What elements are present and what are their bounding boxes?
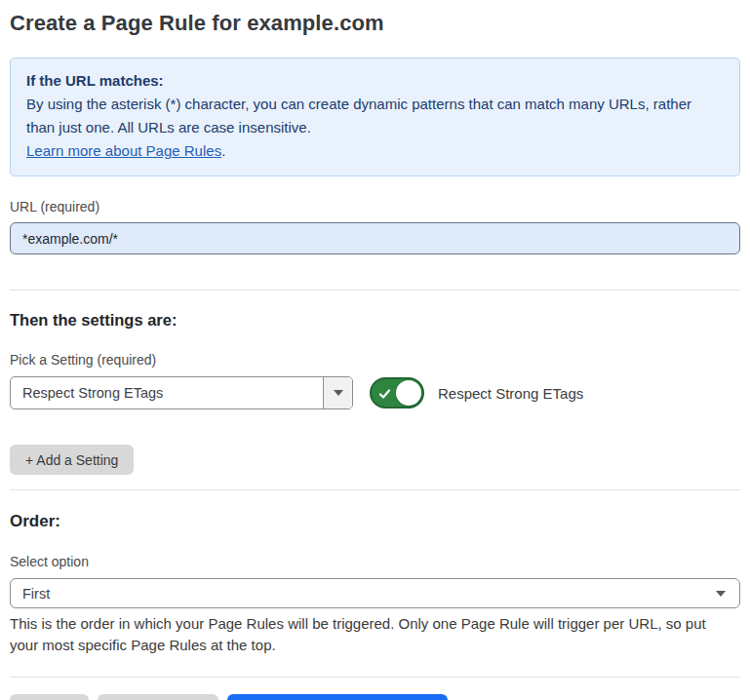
save-as-draft-button[interactable]: Save as Draft [98, 694, 218, 700]
setting-select-arrow-button[interactable] [323, 377, 352, 408]
info-box-body: By using the asterisk (*) character, you… [26, 93, 724, 139]
chevron-down-icon [334, 390, 343, 396]
setting-select[interactable]: Respect Strong ETags [10, 376, 353, 409]
info-box-link-line: Learn more about Page Rules. [26, 139, 724, 163]
divider [10, 677, 740, 678]
chevron-down-icon [716, 591, 726, 597]
setting-select-value: Respect Strong ETags [11, 377, 323, 408]
divider [10, 489, 740, 490]
setting-row: Respect Strong ETags Respect Strong ETag… [10, 376, 740, 409]
learn-more-link[interactable]: Learn more about Page Rules [26, 142, 221, 159]
order-select[interactable]: First [10, 578, 740, 608]
order-select-value: First [22, 586, 50, 602]
divider [10, 290, 740, 291]
page-title: Create a Page Rule for example.com [10, 9, 740, 38]
order-heading: Order: [10, 512, 740, 531]
setting-picker-label: Pick a Setting (required) [10, 352, 740, 368]
toggle-label: Respect Strong ETags [438, 385, 583, 402]
create-page-rule-form: Create a Page Rule for example.com If th… [0, 0, 750, 700]
add-setting-button[interactable]: + Add a Setting [10, 445, 134, 475]
order-help-text: This is the order in which your Page Rul… [10, 613, 736, 656]
settings-heading: Then the settings are: [10, 311, 740, 330]
url-input[interactable] [10, 222, 740, 254]
check-icon [378, 387, 391, 400]
cancel-button[interactable]: Cancel [10, 694, 89, 700]
toggle-knob [396, 380, 421, 406]
respect-strong-etags-toggle[interactable] [370, 377, 424, 408]
order-select-label: Select option [10, 554, 740, 569]
form-actions: Cancel Save as Draft Save and Deploy Pag… [10, 694, 740, 700]
link-period: . [221, 142, 225, 159]
url-field-label: URL (required) [10, 199, 740, 214]
url-match-info-box: If the URL matches: By using the asteris… [10, 58, 740, 176]
info-box-heading: If the URL matches: [26, 69, 724, 93]
save-and-deploy-button[interactable]: Save and Deploy Page Rule [227, 694, 448, 700]
